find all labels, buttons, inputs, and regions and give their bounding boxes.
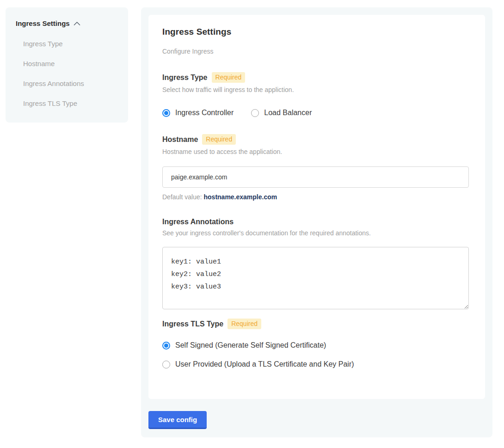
default-value-prefix: Default value: <box>162 193 204 201</box>
page-title: Ingress Settings <box>162 27 471 37</box>
annotations-help-text: See your ingress controller's documentat… <box>162 229 471 237</box>
radio-load-balancer[interactable]: Load Balancer <box>251 109 312 117</box>
sidebar-item-hostname[interactable]: Hostname <box>23 60 118 68</box>
hostname-input[interactable] <box>162 166 469 188</box>
radio-button-icon[interactable] <box>162 361 170 368</box>
radio-button-icon[interactable] <box>162 109 170 117</box>
radio-self-signed[interactable]: Self Signed (Generate Self Signed Certif… <box>162 341 471 350</box>
config-item-ingress-tls-type: Ingress TLS Type Required Self Signed (G… <box>162 319 471 368</box>
radio-label: Self Signed (Generate Self Signed Certif… <box>175 341 326 350</box>
radio-label: User Provided (Upload a TLS Certificate … <box>175 360 354 368</box>
config-nav-sidebar: Ingress Settings Ingress Type Hostname I… <box>6 7 128 123</box>
page-subtitle: Configure Ingress <box>162 48 471 55</box>
default-value-text: hostname.example.com <box>204 193 277 201</box>
radio-button-icon[interactable] <box>162 342 170 350</box>
annotations-label: Ingress Annotations <box>162 218 234 226</box>
sidebar-group-ingress-settings[interactable]: Ingress Settings <box>16 19 118 27</box>
sidebar-item-ingress-tls-type[interactable]: Ingress TLS Type <box>23 99 118 107</box>
sidebar-item-list: Ingress Type Hostname Ingress Annotation… <box>16 40 118 107</box>
ingress-type-label: Ingress Type <box>162 74 208 82</box>
required-badge: Required <box>202 134 236 145</box>
hostname-help-text: Hostname used to access the application. <box>162 148 471 155</box>
radio-label: Ingress Controller <box>175 109 234 117</box>
ingress-type-help-text: Select how traffic will ingress to the a… <box>162 86 471 93</box>
config-item-ingress-annotations: Ingress Annotations See your ingress con… <box>162 218 471 309</box>
chevron-up-icon <box>74 21 80 26</box>
ingress-type-radio-group: Ingress Controller Load Balancer <box>162 109 471 117</box>
sidebar-group-title: Ingress Settings <box>16 19 70 27</box>
tls-type-label: Ingress TLS Type <box>162 320 223 328</box>
config-item-ingress-type: Ingress Type Required Select how traffic… <box>162 72 471 117</box>
save-config-button[interactable]: Save config <box>148 411 207 429</box>
config-main-panel: Ingress Settings Configure Ingress Ingre… <box>141 7 492 437</box>
annotations-textarea[interactable]: key1: value1 key2: value2 key3: value3 <box>162 247 469 309</box>
config-item-hostname: Hostname Required Hostname used to acces… <box>162 134 471 201</box>
config-card: Ingress Settings Configure Ingress Ingre… <box>148 15 485 399</box>
radio-label: Load Balancer <box>264 109 312 117</box>
radio-user-provided[interactable]: User Provided (Upload a TLS Certificate … <box>162 360 471 368</box>
radio-ingress-controller[interactable]: Ingress Controller <box>162 109 234 117</box>
required-badge: Required <box>212 72 246 83</box>
radio-button-icon[interactable] <box>251 109 259 117</box>
sidebar-item-ingress-type[interactable]: Ingress Type <box>23 40 118 48</box>
required-badge: Required <box>227 319 261 329</box>
sidebar-item-ingress-annotations[interactable]: Ingress Annotations <box>23 80 118 87</box>
hostname-label: Hostname <box>162 135 198 144</box>
hostname-default-value: Default value: hostname.example.com <box>162 193 471 201</box>
tls-type-radio-group: Self Signed (Generate Self Signed Certif… <box>162 341 471 368</box>
